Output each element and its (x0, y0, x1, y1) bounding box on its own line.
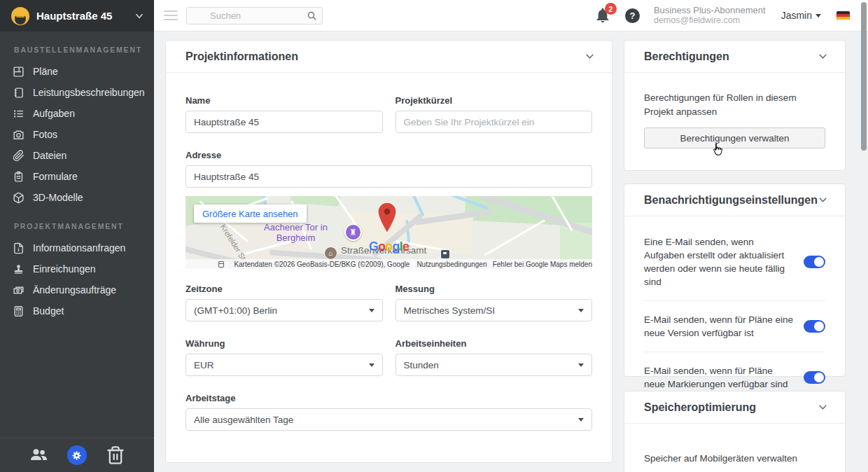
help-button[interactable]: ? (625, 8, 640, 23)
banknotes-icon (13, 284, 24, 296)
project-selector[interactable]: Hauptstraße 45 (0, 0, 154, 32)
storage-header[interactable]: Speicheroptimierung (624, 391, 845, 424)
sidebar-item-formulare[interactable]: Formulare (0, 166, 154, 187)
search-box (186, 7, 323, 25)
caret-down-icon (369, 363, 374, 367)
sidebar-item-aenderungsauftraege[interactable]: Änderungsaufträge (0, 279, 154, 300)
task-list-icon (13, 108, 24, 120)
work-days-field: Arbeitstage Alle ausgewählten Tage (186, 393, 592, 431)
work-units-label: Arbeitseinheiten (396, 338, 593, 349)
gear-icon (71, 450, 82, 461)
currency-label: Währung (186, 338, 383, 349)
sidebar-item-3d-modelle[interactable]: 3D-Modelle (0, 187, 154, 208)
address-field: Adresse (186, 150, 592, 188)
keyboard-icon[interactable] (218, 261, 224, 268)
notification-settings-card: Benachrichtigungseinstellungen Eine E-Ma… (624, 183, 846, 377)
timezone-label: Zeitzone (186, 284, 383, 294)
chevron-down-icon (818, 195, 828, 205)
toggle-task-emails[interactable] (804, 256, 825, 268)
map-report-link[interactable]: Fehler bei Google Maps melden (493, 261, 592, 268)
work-units-select[interactable]: Stunden (396, 354, 593, 376)
people-button[interactable] (29, 445, 48, 465)
project-code-label: Projektkürzel (396, 95, 593, 106)
topbar: 2 ? Business Plus-Abonnement demos@field… (154, 0, 868, 32)
settings-button[interactable] (67, 445, 87, 465)
notification-setting-row: E-Mail senden, wenn für Pläne eine neue … (644, 301, 825, 352)
project-info-title: Projektinformationen (186, 50, 298, 63)
caret-down-icon (816, 14, 821, 18)
map-terms-link[interactable]: Nutzungsbedingungen (416, 261, 486, 268)
toggle-plan-version-emails[interactable] (804, 320, 825, 333)
storage-card: Speicheroptimierung Speicher auf Mobilge… (624, 391, 846, 472)
currency-select[interactable]: EUR (186, 354, 383, 376)
map-transit-icon[interactable] (440, 249, 450, 259)
sidebar-item-budget[interactable]: Budget (0, 300, 154, 321)
work-days-select[interactable]: Alle ausgewählten Tage (186, 408, 592, 431)
name-label: Name (186, 95, 383, 106)
account-info: Business Plus-Abonnement demos@fieldwire… (654, 5, 766, 26)
notification-count-badge: 2 (605, 3, 617, 15)
timezone-field: Zeitzone (GMT+01:00) Berlin (186, 284, 383, 321)
google-map[interactable]: Krefelder Str. Aachener Tor in Bergheim … (186, 196, 592, 269)
map-pin-icon[interactable] (377, 202, 398, 234)
user-name: Jasmin (781, 10, 812, 21)
hamburger-menu-icon[interactable] (164, 11, 178, 20)
sidebar-item-aufgaben[interactable]: Aufgaben (0, 103, 154, 124)
notification-setting-row: Eine E-Mail senden, wenn Aufgaben erstel… (644, 223, 825, 301)
map-poi-tower-icon[interactable] (344, 223, 362, 241)
subscription-label: Business Plus-Abonnement (654, 5, 766, 15)
sidebar-footer (0, 438, 154, 472)
sidebar-item-einreichungen[interactable]: Einreichungen (0, 258, 154, 279)
sidebar-item-plaene[interactable]: Pläne (0, 61, 154, 82)
notification-settings-header[interactable]: Benachrichtigungseinstellungen (624, 184, 845, 216)
chevron-down-icon (818, 402, 828, 412)
cube-icon (13, 192, 24, 204)
permissions-description: Berechtigungen für Rollen in diesem Proj… (644, 91, 825, 119)
measurement-select[interactable]: Metrisches System/SI (396, 299, 593, 321)
timezone-select[interactable]: (GMT+01:00) Berlin (186, 299, 383, 321)
scrollbar-thumb[interactable] (861, 2, 867, 151)
sidebar-section-projektmanagement: PROJEKTMANAGEMENT (0, 222, 154, 230)
permissions-card: Berechtigungen Berechtigungen für Rollen… (624, 40, 846, 171)
sidebar-section-baustellenmanagement: BAUSTELLENMANAGEMENT (0, 46, 154, 54)
sidebar-item-fotos[interactable]: Fotos (0, 124, 154, 145)
view-larger-map-link[interactable]: Größere Karte ansehen (194, 204, 307, 223)
project-code-input[interactable] (396, 111, 593, 133)
delete-project-button[interactable] (106, 445, 125, 465)
caret-down-icon (369, 309, 374, 312)
sidebar-item-informationsanfragen[interactable]: Informationsanfragen (0, 237, 154, 258)
sidebar-item-dateien[interactable]: Dateien (0, 145, 154, 166)
address-input[interactable] (186, 165, 592, 188)
map-poi-aachener-tor-label: Aachener Tor in Bergheim (259, 222, 332, 243)
permissions-header[interactable]: Berechtigungen (624, 41, 845, 73)
floorplan-icon (13, 66, 24, 78)
name-input[interactable] (186, 111, 383, 133)
topbar-right: 2 ? Business Plus-Abonnement demos@field… (594, 5, 868, 26)
user-menu[interactable]: Jasmin (781, 10, 821, 21)
page-scrollbar (860, 0, 867, 472)
work-units-field: Arbeitseinheiten Stunden (396, 338, 593, 376)
toggle-plan-markup-emails[interactable] (804, 371, 825, 384)
measurement-label: Messung (396, 284, 593, 294)
permissions-title: Berechtigungen (644, 50, 729, 63)
language-flag-german[interactable] (836, 11, 850, 20)
clipboard-icon (13, 171, 24, 183)
project-info-header[interactable]: Projektinformationen (166, 41, 612, 73)
currency-field: Währung EUR (186, 338, 383, 376)
work-days-label: Arbeitstage (186, 393, 592, 403)
stamp-icon (13, 263, 24, 275)
calculator-icon (13, 305, 24, 317)
map-museum-icon[interactable] (324, 247, 337, 260)
sidebar-item-leistungsbeschreibungen[interactable]: Leistungsbeschreibungen (0, 82, 154, 103)
caret-down-icon (578, 418, 584, 422)
map-attribution: Kartendaten ©2026 GeoBasis-DE/BKG (©2009… (186, 259, 592, 269)
search-input[interactable] (186, 7, 323, 25)
notifications-button[interactable]: 2 (594, 7, 611, 24)
google-logo: Google (369, 240, 409, 254)
measurement-field: Messung Metrisches System/SI (396, 284, 593, 321)
sidebar: Hauptstraße 45 BAUSTELLENMANAGEMENT Plän… (0, 0, 154, 472)
trash-icon (106, 445, 125, 465)
manage-mobile-storage-link[interactable]: Speicher auf Mobilgeräten verwalten (644, 453, 797, 464)
map-copyright: Kartendaten ©2026 GeoBasis-DE/BKG (©2009… (234, 261, 410, 268)
manage-permissions-button[interactable]: Berechtigungen verwalten (644, 127, 825, 148)
